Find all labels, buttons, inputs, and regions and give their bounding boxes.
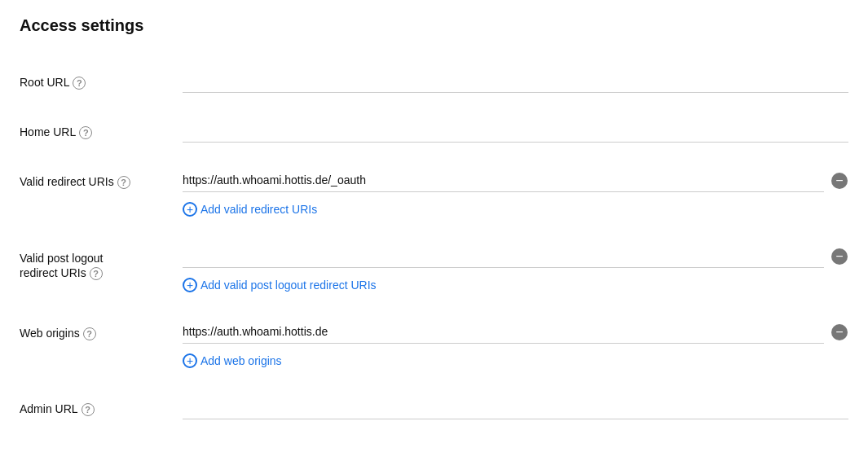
valid-post-logout-input-col: − + Add valid post logout redirect URIs xyxy=(183,244,848,294)
web-origins-entry-0: − xyxy=(183,320,848,344)
valid-post-logout-label-line2: redirect URIs xyxy=(20,265,86,280)
root-url-input[interactable] xyxy=(183,69,848,93)
admin-url-label: Admin URL xyxy=(20,402,78,415)
valid-redirect-uris-label: Valid redirect URIs xyxy=(20,175,114,188)
access-settings-form: Root URL ? Home URL ? Valid redirect URI… xyxy=(20,58,848,431)
remove-valid-redirect-uri-0-button[interactable]: − xyxy=(831,172,848,190)
root-url-input-col xyxy=(183,69,848,93)
remove-web-origin-0-button[interactable]: − xyxy=(831,323,848,341)
add-valid-redirect-uri-label: Add valid redirect URIs xyxy=(200,203,317,216)
web-origins-label-col: Web origins ? xyxy=(20,320,183,340)
root-url-label: Root URL xyxy=(20,76,69,89)
admin-url-help-icon[interactable]: ? xyxy=(82,403,95,416)
minus-icon-post-logout: − xyxy=(831,248,848,265)
root-url-row: Root URL ? xyxy=(20,58,848,104)
remove-valid-post-logout-0-button[interactable]: − xyxy=(831,248,848,265)
home-url-label: Home URL xyxy=(20,125,76,138)
home-url-help-icon[interactable]: ? xyxy=(79,126,92,139)
admin-url-label-col: Admin URL ? xyxy=(20,396,183,416)
add-web-origin-button[interactable]: + Add web origins xyxy=(183,352,848,370)
valid-post-logout-input-0[interactable] xyxy=(183,244,824,268)
valid-redirect-uris-input-col: − + Add valid redirect URIs xyxy=(183,169,848,218)
home-url-input[interactable] xyxy=(183,119,848,143)
page-title: Access settings xyxy=(20,16,848,35)
home-url-row: Home URL ? xyxy=(20,108,848,154)
minus-icon-web-origin: − xyxy=(831,324,848,340)
minus-icon: − xyxy=(831,173,848,189)
valid-post-logout-help-icon[interactable]: ? xyxy=(90,267,103,280)
add-valid-post-logout-icon: + xyxy=(183,278,197,292)
valid-post-logout-entry-0: − xyxy=(183,244,848,268)
web-origins-input-col: − + Add web origins xyxy=(183,320,848,370)
add-valid-post-logout-label: Add valid post logout redirect URIs xyxy=(200,279,377,292)
admin-url-input-col xyxy=(183,396,848,419)
valid-redirect-uris-label-col: Valid redirect URIs ? xyxy=(20,169,183,189)
home-url-input-col xyxy=(183,119,848,143)
add-web-origin-icon: + xyxy=(183,353,197,368)
web-origins-help-icon[interactable]: ? xyxy=(83,327,96,340)
web-origins-input-0[interactable] xyxy=(183,320,824,344)
valid-redirect-uris-help-icon[interactable]: ? xyxy=(117,176,130,189)
valid-redirect-uris-row: Valid redirect URIs ? − + Add valid redi… xyxy=(20,157,848,230)
web-origins-label: Web origins xyxy=(20,327,80,340)
add-valid-redirect-uri-button[interactable]: + Add valid redirect URIs xyxy=(183,200,848,218)
admin-url-input[interactable] xyxy=(183,396,848,419)
home-url-label-col: Home URL ? xyxy=(20,119,183,139)
valid-post-logout-label-col: Valid post logout redirect URIs ? xyxy=(20,244,183,280)
root-url-label-col: Root URL ? xyxy=(20,69,183,90)
add-valid-post-logout-button[interactable]: + Add valid post logout redirect URIs xyxy=(183,276,848,294)
valid-redirect-uri-input-0[interactable] xyxy=(183,169,824,192)
web-origins-row: Web origins ? − + Add web origins xyxy=(20,309,848,381)
valid-redirect-uri-entry-0: − xyxy=(183,169,848,192)
admin-url-row: Admin URL ? xyxy=(20,384,848,431)
valid-post-logout-row: Valid post logout redirect URIs ? − + Ad… xyxy=(20,233,848,305)
valid-post-logout-label-line1: Valid post logout xyxy=(20,251,103,265)
root-url-help-icon[interactable]: ? xyxy=(73,77,86,90)
add-valid-redirect-uri-icon: + xyxy=(183,202,197,217)
add-web-origin-label: Add web origins xyxy=(200,354,282,367)
